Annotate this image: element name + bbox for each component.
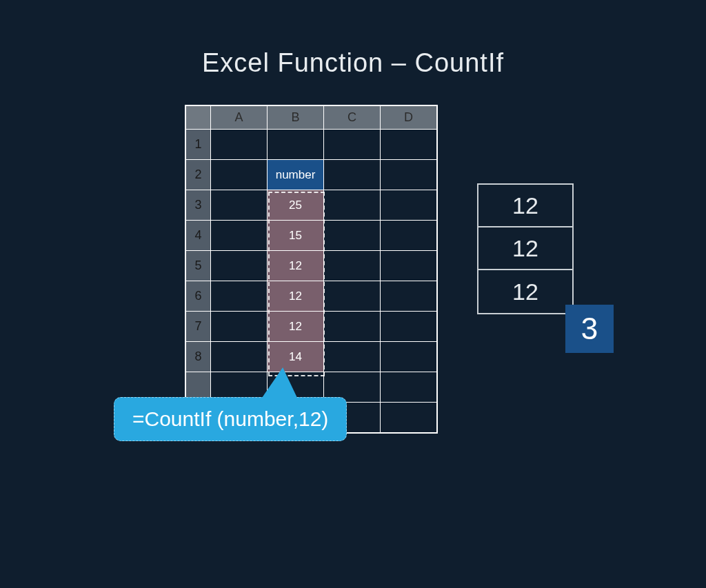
row-header-1: 1 bbox=[186, 130, 211, 160]
match-item-3: 12 bbox=[478, 270, 572, 313]
cell-A5[interactable] bbox=[211, 251, 268, 281]
cell-A4[interactable] bbox=[211, 221, 268, 251]
cell-B1[interactable] bbox=[268, 130, 324, 160]
cell-D8[interactable] bbox=[381, 342, 437, 372]
formula-callout: =CountIf (number,12) bbox=[114, 397, 347, 441]
cell-D6[interactable] bbox=[381, 281, 437, 312]
cell-C1[interactable] bbox=[324, 130, 381, 160]
cell-D7[interactable] bbox=[381, 312, 437, 342]
cell-C6[interactable] bbox=[324, 281, 381, 312]
row-header-6: 6 bbox=[186, 281, 211, 312]
cell-A7[interactable] bbox=[211, 312, 268, 342]
cell-C7[interactable] bbox=[324, 312, 381, 342]
row-header-3: 3 bbox=[186, 190, 211, 221]
cell-B5[interactable]: 12 bbox=[268, 251, 324, 281]
cell-D3[interactable] bbox=[381, 190, 437, 221]
cell-B4[interactable]: 15 bbox=[268, 221, 324, 251]
cell-C8[interactable] bbox=[324, 342, 381, 372]
row-header-5: 5 bbox=[186, 251, 211, 281]
cell-D10[interactable] bbox=[381, 403, 437, 433]
cell-C2[interactable] bbox=[324, 160, 381, 190]
cell-D9[interactable] bbox=[381, 372, 437, 403]
cell-B3[interactable]: 25 bbox=[268, 190, 324, 221]
row-header-7: 7 bbox=[186, 312, 211, 342]
match-list: 12 12 12 bbox=[477, 183, 574, 314]
result-box: 3 bbox=[565, 305, 614, 353]
formula-text: =CountIf (number,12) bbox=[132, 407, 328, 430]
cell-A2[interactable] bbox=[211, 160, 268, 190]
col-header-D: D bbox=[381, 106, 437, 130]
cell-D1[interactable] bbox=[381, 130, 437, 160]
cell-B7[interactable]: 12 bbox=[268, 312, 324, 342]
cell-A1[interactable] bbox=[211, 130, 268, 160]
col-header-B: B bbox=[268, 106, 324, 130]
cell-B6[interactable]: 12 bbox=[268, 281, 324, 312]
cell-D5[interactable] bbox=[381, 251, 437, 281]
cell-C5[interactable] bbox=[324, 251, 381, 281]
col-header-C: C bbox=[324, 106, 381, 130]
page-title: Excel Function – CountIf bbox=[0, 48, 706, 78]
cell-B2-named-range[interactable]: number bbox=[268, 160, 324, 190]
row-header-4: 4 bbox=[186, 221, 211, 251]
row-header-2: 2 bbox=[186, 160, 211, 190]
cell-C4[interactable] bbox=[324, 221, 381, 251]
row-header-8: 8 bbox=[186, 342, 211, 372]
cell-D2[interactable] bbox=[381, 160, 437, 190]
grid-corner bbox=[186, 106, 211, 130]
cell-A8[interactable] bbox=[211, 342, 268, 372]
match-item-2: 12 bbox=[478, 227, 572, 270]
cell-C3[interactable] bbox=[324, 190, 381, 221]
cell-A6[interactable] bbox=[211, 281, 268, 312]
cell-A3[interactable] bbox=[211, 190, 268, 221]
spreadsheet-grid: A B C D 1 2 number 3 25 4 bbox=[185, 105, 438, 434]
col-header-A: A bbox=[211, 106, 268, 130]
cell-D4[interactable] bbox=[381, 221, 437, 251]
match-item-1: 12 bbox=[478, 185, 572, 227]
